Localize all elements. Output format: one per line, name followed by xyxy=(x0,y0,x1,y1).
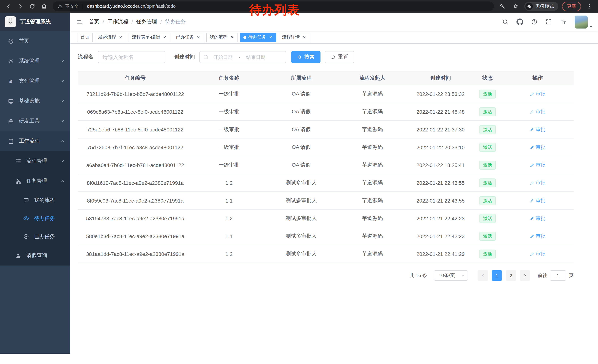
fullscreen-icon[interactable] xyxy=(544,17,553,26)
search-icon[interactable] xyxy=(501,17,510,26)
cell-initiator: 芋道源码 xyxy=(337,174,407,192)
tab-label: 流程表单-编辑 xyxy=(132,34,160,40)
approve-button[interactable]: 审批 xyxy=(530,197,545,204)
sidebar-item-process-mgmt[interactable]: 流程管理 xyxy=(0,151,70,171)
chevron-left-icon xyxy=(481,274,485,277)
browser-update-button[interactable]: 更新 xyxy=(562,2,581,11)
page-content: 流程名 创建时间 - 搜索 xyxy=(70,44,598,364)
approve-button[interactable]: 审批 xyxy=(530,162,545,168)
end-date-input[interactable] xyxy=(242,54,269,60)
cell-action: 审批 xyxy=(502,245,573,263)
sidebar-item-workflow[interactable]: 工作流程 xyxy=(0,131,70,151)
sidebar: 芋道管理系统 首页 系统管理 ¥ xyxy=(0,13,70,354)
table-row: a6aba0a4-7b6d-11ec-b781-acde48001122 一级审… xyxy=(78,156,573,174)
sidebar-item-infrastructure[interactable]: 基础设施 xyxy=(0,91,70,111)
cell-process: 测试多审批人 xyxy=(265,174,337,192)
avatar-image xyxy=(575,15,588,28)
not-secure-label[interactable]: 不安全 xyxy=(65,3,79,9)
cell-status: 激活 xyxy=(473,121,502,138)
prev-page-button[interactable] xyxy=(478,270,488,281)
sidebar-item-my-process[interactable]: 我的流程 xyxy=(0,191,70,209)
close-icon[interactable] xyxy=(118,35,123,40)
breadcrumb-workflow[interactable]: 工作流程 xyxy=(108,18,128,25)
table-header-row: 任务编号 任务名称 所属流程 流程发起人 创建时间 状态 操作 xyxy=(78,71,573,85)
tab-home[interactable]: 首页 xyxy=(77,32,93,42)
gear-icon xyxy=(8,58,14,65)
table-row: 725a1eb6-7b88-11ec-8ef0-acde48001122 一级审… xyxy=(78,121,573,138)
sidebar-item-system[interactable]: 系统管理 xyxy=(0,51,70,71)
browser-menu-icon[interactable] xyxy=(585,1,594,11)
jump-page-input[interactable] xyxy=(550,270,566,281)
sidebar-toggle-icon[interactable] xyxy=(70,13,89,31)
sidebar-item-label: 流程管理 xyxy=(26,158,60,164)
edit-icon xyxy=(530,163,534,167)
search-button[interactable]: 搜索 xyxy=(291,51,321,63)
chevron-down-icon xyxy=(461,274,465,277)
tab-todo-task[interactable]: 待办任务 xyxy=(240,32,276,42)
start-date-input[interactable] xyxy=(210,54,236,60)
process-name-input[interactable] xyxy=(98,51,165,63)
annotation-title: 待办列表 xyxy=(249,2,300,18)
jump-label: 前往 xyxy=(538,272,547,279)
breadcrumb-home[interactable]: 首页 xyxy=(89,18,99,25)
close-icon[interactable] xyxy=(302,35,307,40)
sidebar-item-devtools[interactable]: 研发工具 xyxy=(0,111,70,131)
approve-button[interactable]: 审批 xyxy=(530,126,545,133)
sidebar-item-done-task[interactable]: 已办任务 xyxy=(0,227,70,245)
close-icon[interactable] xyxy=(229,35,234,40)
chevron-down-icon xyxy=(60,159,65,163)
close-icon[interactable] xyxy=(196,35,201,40)
password-key-icon[interactable] xyxy=(498,1,507,11)
tab-process-detail[interactable]: 流程详情 xyxy=(279,32,310,42)
close-icon[interactable] xyxy=(268,35,273,40)
github-icon[interactable] xyxy=(515,17,524,26)
date-range-picker[interactable]: - xyxy=(199,51,286,63)
sidebar-item-home[interactable]: 首页 xyxy=(0,31,70,51)
approve-button[interactable]: 审批 xyxy=(530,179,545,186)
browser-home-button[interactable] xyxy=(39,1,49,11)
approve-button[interactable]: 审批 xyxy=(530,108,545,115)
chevron-down-icon xyxy=(60,79,65,83)
cell-task-id: 580e1b3d-7ac8-11ec-a9e2-a2380e71991a xyxy=(78,227,193,245)
browser-back-button[interactable] xyxy=(4,1,13,11)
tab-process-form-edit[interactable]: 流程表单-编辑 xyxy=(129,32,170,42)
approve-button[interactable]: 审批 xyxy=(530,251,545,257)
app-logo[interactable]: 芋道管理系统 xyxy=(0,13,70,31)
table-row: 58154733-7ac8-11ec-a9e2-a2380e71991a 1.2… xyxy=(78,209,573,227)
font-size-icon[interactable] xyxy=(559,17,568,26)
help-icon[interactable] xyxy=(530,17,539,26)
not-secure-icon xyxy=(58,4,63,9)
approve-button[interactable]: 审批 xyxy=(530,233,545,239)
approve-label: 审批 xyxy=(536,179,545,186)
close-icon[interactable] xyxy=(162,35,167,40)
table-row: 580e1b3d-7ac8-11ec-a9e2-a2380e71991a 1.1… xyxy=(78,227,573,245)
sidebar-item-label: 系统管理 xyxy=(19,58,60,65)
browser-reload-button[interactable] xyxy=(27,1,37,11)
breadcrumb-task-mgmt[interactable]: 任务管理 xyxy=(136,18,157,25)
yen-icon: ¥ xyxy=(8,78,14,84)
page-button-2[interactable]: 2 xyxy=(506,270,516,281)
back-arrow-icon xyxy=(6,3,11,9)
approve-button[interactable]: 审批 xyxy=(530,90,545,97)
sidebar-item-leave-query[interactable]: 请假查询 xyxy=(0,245,70,266)
sidebar-item-task-mgmt[interactable]: 任务管理 xyxy=(0,171,70,191)
cell-status: 激活 xyxy=(473,156,502,174)
approve-button[interactable]: 审批 xyxy=(530,144,545,151)
incognito-profile-badge[interactable]: 无痕模式 xyxy=(524,2,558,11)
tab-done-task[interactable]: 已办任务 xyxy=(173,32,204,42)
browser-forward-button[interactable] xyxy=(16,1,25,11)
bookmark-star-icon[interactable] xyxy=(511,1,521,11)
sidebar-item-payment[interactable]: ¥ 支付管理 xyxy=(0,71,70,91)
user-avatar[interactable] xyxy=(575,15,593,28)
reset-button[interactable]: 重置 xyxy=(325,51,354,63)
url-text[interactable]: dashboard.yudao.iocoder.cn/bpm/task/todo xyxy=(87,4,176,9)
tab-my-process[interactable]: 我的流程 xyxy=(206,32,238,42)
cell-task-name: 1.2 xyxy=(193,174,265,192)
page-button-1[interactable]: 1 xyxy=(492,270,502,281)
sidebar-item-todo-task[interactable]: 待办任务 xyxy=(0,209,70,227)
approve-button[interactable]: 审批 xyxy=(530,215,545,222)
next-page-button[interactable] xyxy=(520,270,530,281)
tab-start-process[interactable]: 发起流程 xyxy=(95,32,126,42)
search-icon xyxy=(297,55,302,59)
page-size-select[interactable]: 10条/页 xyxy=(434,270,468,281)
